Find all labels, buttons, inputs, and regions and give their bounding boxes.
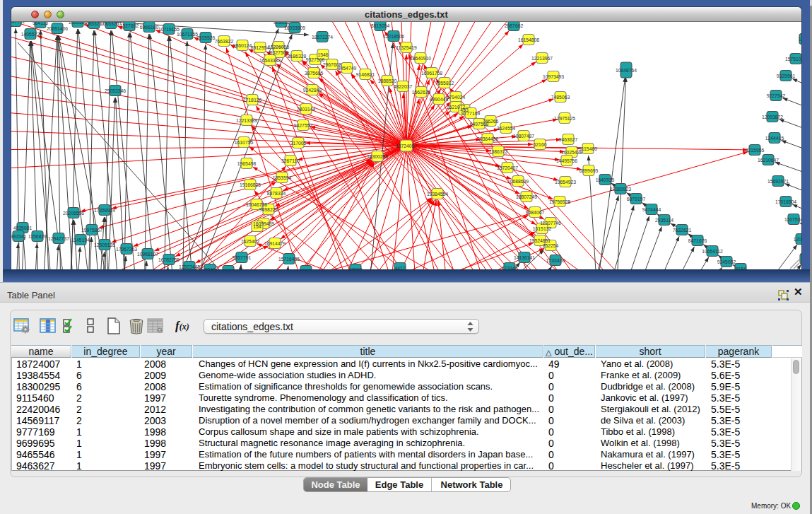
- svg-text:8912954: 8912954: [251, 45, 270, 50]
- svg-text:12923448: 12923448: [179, 264, 200, 269]
- svg-text:16210647: 16210647: [758, 158, 779, 163]
- svg-text:12213389: 12213389: [236, 118, 257, 123]
- svg-text:19384554: 19384554: [427, 192, 448, 197]
- svg-text:173342: 173342: [502, 266, 518, 270]
- svg-text:9860124: 9860124: [233, 43, 252, 48]
- svg-text:14136141: 14136141: [514, 255, 535, 260]
- svg-text:317005: 317005: [290, 141, 307, 146]
- svg-text:9474444: 9474444: [642, 207, 661, 212]
- svg-text:252254: 252254: [543, 243, 559, 248]
- svg-text:18807249: 18807249: [516, 194, 537, 199]
- svg-text:9463627: 9463627: [559, 137, 578, 142]
- svg-text:12992: 12992: [349, 267, 363, 270]
- svg-text:9427552: 9427552: [294, 123, 313, 128]
- svg-text:6966160: 6966160: [140, 25, 159, 30]
- svg-text:12218506: 12218506: [383, 34, 404, 39]
- svg-text:2935114: 2935114: [655, 218, 673, 223]
- svg-text:6879197: 6879197: [627, 197, 646, 201]
- svg-text:9194: 9194: [735, 267, 746, 270]
- svg-text:9227542: 9227542: [767, 93, 786, 98]
- svg-text:1615132: 1615132: [533, 226, 552, 231]
- svg-text:12213967: 12213967: [531, 56, 553, 61]
- svg-text:2803144: 2803144: [297, 107, 316, 112]
- svg-text:16914479: 16914479: [264, 241, 286, 246]
- svg-text:9846: 9846: [204, 267, 215, 270]
- svg-text:10807487: 10807487: [513, 134, 534, 139]
- svg-text:6794024: 6794024: [447, 95, 466, 100]
- svg-text:7515526: 7515526: [196, 35, 216, 40]
- svg-text:19654923: 19654923: [555, 180, 576, 185]
- svg-text:10648764: 10648764: [616, 68, 637, 73]
- svg-text:12975125: 12975125: [554, 116, 575, 121]
- svg-text:8990448: 8990448: [430, 97, 449, 102]
- svg-text:7386372: 7386372: [489, 149, 508, 154]
- svg-text:14495756: 14495756: [556, 158, 577, 163]
- svg-text:12093872: 12093872: [762, 115, 783, 119]
- svg-text:8813054: 8813054: [371, 23, 390, 28]
- svg-text:29053346: 29053346: [105, 88, 126, 93]
- svg-text:10719155: 10719155: [158, 27, 180, 32]
- svg-text:9777169: 9777169: [461, 111, 481, 116]
- svg-text:15720407: 15720407: [497, 165, 518, 170]
- svg-text:6899695: 6899695: [579, 168, 599, 173]
- svg-text:3267110: 3267110: [281, 158, 300, 163]
- svg-text:12942737: 12942737: [48, 236, 69, 241]
- svg-text:3875685: 3875685: [305, 71, 324, 76]
- svg-text:10653267: 10653267: [100, 22, 122, 26]
- svg-text:4822037: 4822037: [394, 84, 413, 89]
- svg-text:16961758: 16961758: [421, 71, 442, 76]
- svg-text:1733426: 1733426: [546, 258, 565, 263]
- svg-text:18300295: 18300295: [367, 154, 388, 159]
- svg-text:16543382: 16543382: [259, 58, 281, 63]
- svg-text:1353594: 1353594: [273, 175, 292, 180]
- svg-text:9245052: 9245052: [717, 259, 736, 264]
- svg-text:19524851: 19524851: [529, 238, 551, 243]
- svg-text:20364436: 20364436: [477, 136, 498, 141]
- svg-text:2047731: 2047731: [11, 22, 25, 24]
- svg-text:2718126: 2718126: [243, 98, 262, 103]
- svg-text:9115460: 9115460: [579, 146, 597, 151]
- svg-text:1405572: 1405572: [21, 32, 40, 37]
- svg-text:1527602: 1527602: [120, 23, 139, 28]
- svg-text:18724007: 18724007: [396, 144, 417, 148]
- svg-text:9857791: 9857791: [233, 255, 252, 260]
- svg-text:8215955: 8215955: [746, 148, 765, 153]
- svg-text:18640910: 18640910: [410, 56, 431, 61]
- svg-text:1965498: 1965498: [237, 161, 257, 166]
- svg-text:1640935: 1640935: [596, 177, 615, 182]
- svg-text:19166825: 19166825: [240, 182, 261, 187]
- svg-text:16154808: 16154808: [518, 37, 539, 42]
- svg-text:1156829: 1156829: [28, 234, 47, 239]
- svg-text:6497568: 6497568: [470, 122, 489, 127]
- svg-text:62160: 62160: [534, 142, 547, 147]
- svg-text:18572274: 18572274: [312, 35, 333, 40]
- svg-text:10654112: 10654112: [702, 249, 723, 254]
- svg-text:15716485: 15716485: [278, 257, 300, 262]
- svg-text:19389923: 19389923: [610, 187, 631, 192]
- svg-text:3624554: 3624554: [497, 126, 516, 131]
- svg-text:10958107: 10958107: [137, 252, 158, 257]
- svg-text:1610755: 1610755: [235, 140, 254, 145]
- svg-text:77: 77: [225, 269, 231, 270]
- svg-text:15751074: 15751074: [785, 57, 801, 62]
- svg-text:10046798: 10046798: [246, 202, 267, 207]
- svg-text:154: 154: [253, 224, 261, 229]
- svg-text:19975867: 19975867: [81, 228, 102, 233]
- svg-text:9242848: 9242848: [303, 88, 322, 93]
- svg-text:9327506: 9327506: [306, 57, 325, 62]
- svg-text:10671355: 10671355: [177, 32, 198, 37]
- svg-text:9329961: 9329961: [777, 74, 796, 78]
- svg-text:11325419: 11325419: [396, 45, 417, 50]
- svg-text:19756928: 19756928: [549, 199, 570, 204]
- svg-text:1145194: 1145194: [71, 238, 90, 243]
- svg-text:8186328: 8186328: [288, 54, 307, 59]
- svg-text:964113: 964113: [33, 22, 48, 25]
- svg-text:903313: 903313: [273, 22, 290, 25]
- svg-text:11172: 11172: [799, 37, 801, 42]
- svg-text:1546: 1546: [317, 52, 328, 57]
- svg-text:20206556: 20206556: [63, 211, 84, 216]
- svg-text:7485063: 7485063: [551, 95, 570, 100]
- svg-text:1888520: 1888520: [378, 78, 397, 83]
- svg-text:10973493: 10973493: [543, 74, 564, 79]
- svg-text:7625402: 7625402: [241, 239, 260, 244]
